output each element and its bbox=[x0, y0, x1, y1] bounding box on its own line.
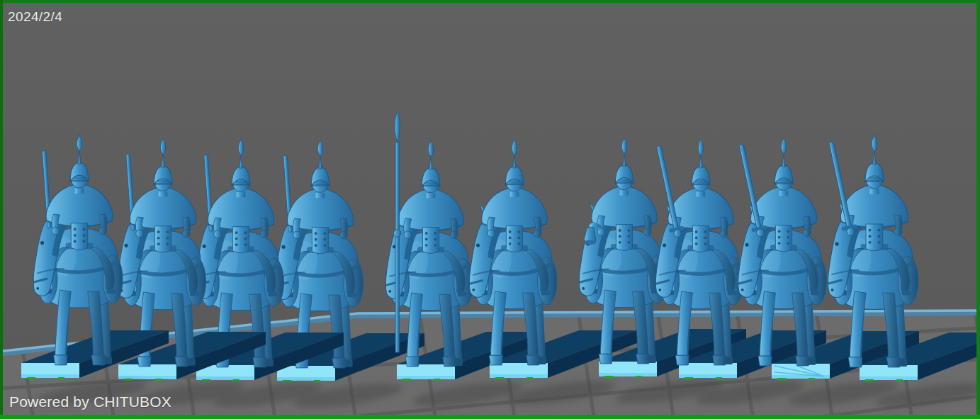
snapshot-date-label: 2024/2/4 bbox=[8, 9, 62, 25]
frame-border-right bbox=[976, 0, 980, 419]
frame-border-bottom bbox=[0, 415, 980, 419]
frame-border-top bbox=[0, 0, 980, 3]
3d-viewport[interactable] bbox=[0, 0, 980, 419]
chitubox-preview-window: 2024/2/4 Powered by CHITUBOX bbox=[0, 0, 980, 419]
frame-border-left bbox=[0, 0, 3, 419]
models-layer bbox=[21, 111, 980, 413]
chitubox-watermark: Powered by CHITUBOX bbox=[9, 393, 171, 410]
